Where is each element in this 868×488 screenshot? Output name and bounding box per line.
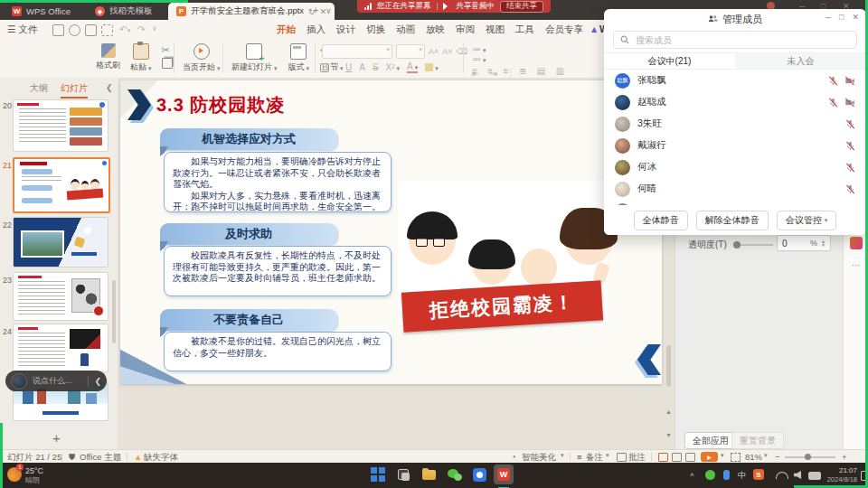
font-size-select[interactable] (396, 44, 425, 59)
member-row[interactable]: 何冰 (604, 156, 866, 178)
distribute-icon[interactable]: ▤ (537, 66, 545, 76)
notification-center-icon[interactable] (861, 471, 867, 481)
tab-in-meeting[interactable]: 会议中(21) (604, 53, 735, 69)
spinner-icons[interactable]: ▲▼ (821, 239, 826, 247)
section-body-2[interactable]: 校园欺凌具有反复性，长期性的特点，不及时处理很有可能导致更持久，更严重的欺凌。因… (164, 246, 392, 296)
stop-share-button[interactable]: 结束共享 (500, 1, 543, 13)
italic-button[interactable]: I (335, 62, 338, 72)
member-row[interactable]: 聪飘 张聪飘 (604, 70, 866, 91)
minimize-panel-icon[interactable]: ─ (826, 13, 831, 22)
slide-thumbnail-23[interactable] (13, 272, 108, 321)
mute-all-button[interactable]: 全体静音 (634, 211, 688, 230)
member-row[interactable]: 戴淑行 (604, 135, 866, 156)
ime-indicator[interactable]: 中 (738, 470, 746, 482)
file-explorer-icon[interactable] (421, 467, 437, 483)
print-preview-icon[interactable] (85, 24, 97, 36)
font-color-button[interactable]: A (407, 61, 418, 73)
slides-tab[interactable]: 幻灯片 (61, 82, 88, 95)
collapse-panel-icon[interactable]: ❮ (106, 83, 113, 92)
underline-button[interactable]: U (345, 62, 352, 72)
slide-sorter-icon[interactable] (672, 453, 682, 462)
camera-off-icon[interactable] (844, 98, 855, 108)
align-right-icon[interactable]: ≡ (504, 66, 509, 76)
app-tab[interactable]: W WPS Office (4, 3, 79, 20)
previous-slide-icon[interactable]: ▲ (665, 408, 672, 415)
volume-icon[interactable] (794, 471, 801, 479)
play-from-current-button[interactable]: 当页开始 (183, 43, 221, 73)
superscript-button[interactable]: X² (386, 62, 401, 72)
transparency-slider[interactable] (735, 244, 773, 246)
member-search-box[interactable] (613, 31, 857, 49)
tab-home[interactable]: 开始 (277, 22, 296, 38)
undo-icon[interactable]: ↶▾ (119, 23, 130, 34)
mic-off-icon[interactable] (845, 184, 855, 194)
tab-insert[interactable]: 插入 (307, 22, 326, 38)
chat-overlay[interactable]: 说点什么... ❮ (5, 371, 107, 391)
fit-slide-icon[interactable] (731, 453, 741, 462)
increase-font-icon[interactable]: A˄ (429, 47, 439, 56)
mic-off-icon[interactable] (828, 98, 838, 108)
format-painter-button[interactable]: 格式刷 (96, 43, 120, 73)
member-row[interactable]: 何晴 (604, 178, 866, 200)
wps-taskbar-active[interactable]: W (494, 465, 514, 484)
reset-background-button[interactable]: 重置背景 (731, 432, 784, 449)
new-slide-button[interactable]: 新建幻灯片 (231, 43, 278, 73)
tab-list-chevron-icon[interactable]: ∨ (326, 6, 332, 15)
wps-ai-logo[interactable]: ▲ (590, 23, 599, 34)
tab-slideshow[interactable]: 放映 (426, 22, 445, 38)
char-border-button[interactable]: A (359, 62, 365, 72)
copy-icon[interactable] (162, 58, 173, 69)
tray-expand-icon[interactable]: ˄ (690, 471, 694, 479)
clear-format-icon[interactable]: ⌫ (457, 47, 468, 56)
decrease-font-icon[interactable]: A˅ (442, 47, 452, 56)
transparency-input[interactable]: 0 % ▲▼ (777, 235, 831, 251)
highlight-button[interactable] (425, 62, 439, 72)
section-header-3[interactable]: 不要责备自己 (160, 309, 337, 331)
slide-thumbnail-20[interactable] (13, 99, 108, 152)
member-search-input[interactable] (634, 34, 850, 46)
paste-button[interactable]: 粘贴 (130, 43, 152, 73)
wifi-icon[interactable] (776, 472, 788, 479)
slide-thumbnail-21-selected[interactable] (13, 157, 110, 213)
close-panel-icon[interactable]: ✕ (852, 13, 859, 22)
redo-icon[interactable]: ↷ (137, 23, 146, 34)
chat-input-placeholder[interactable]: 说点什么... (33, 375, 82, 387)
mic-off-icon[interactable] (845, 141, 855, 151)
unmute-all-button[interactable]: 解除全体静音 (696, 211, 769, 230)
tab-review[interactable]: 审阅 (456, 22, 475, 38)
next-slide-icon[interactable]: ▼ (665, 432, 672, 438)
more-tools-icon[interactable]: ⋯ (852, 260, 862, 270)
zoom-in-button[interactable]: + (842, 452, 847, 462)
slide-title[interactable]: 3.3 防校园欺凌 (156, 93, 285, 117)
file-menu[interactable]: ☰ 文件 (7, 23, 37, 36)
tab-not-joined[interactable]: 未入会 (735, 53, 866, 69)
outline-tab[interactable]: 大纲 (30, 82, 48, 95)
layout-button[interactable]: 版式 (288, 43, 310, 73)
save-icon[interactable] (52, 24, 64, 36)
align-justify-icon[interactable]: ≣ (519, 66, 526, 76)
start-button[interactable] (371, 467, 386, 483)
meeting-app-icon[interactable] (472, 467, 487, 483)
align-center-icon[interactable]: ≡ (487, 66, 493, 76)
bold-button[interactable]: B (322, 62, 328, 72)
sidebar-scrollbar[interactable] (112, 280, 116, 343)
section-body-1[interactable]: 如果与对方能力相当，要明确冷静告诉对方停止欺凌行为。一味忍让或者紧张不安，只会助… (164, 152, 392, 212)
output-icon[interactable] (101, 24, 113, 36)
tab-tools[interactable]: 工具 (515, 22, 534, 38)
panel-resize-grip[interactable] (666, 345, 671, 387)
slide-thumbnail-22[interactable] (13, 217, 108, 267)
strike-button[interactable]: S (373, 62, 379, 72)
mic-off-icon[interactable] (828, 76, 838, 86)
tab-design[interactable]: 设计 (336, 22, 355, 38)
tab-animation[interactable]: 动画 (396, 22, 415, 38)
zoom-slider-thumb[interactable] (805, 454, 811, 460)
apply-all-button[interactable]: 全部应用 (684, 432, 737, 449)
add-slide-button[interactable]: + (52, 430, 61, 446)
collapse-chat-icon[interactable]: ❮ (94, 377, 101, 386)
task-view-button[interactable] (396, 467, 411, 483)
print-icon[interactable] (69, 24, 80, 36)
designer-icon[interactable] (850, 237, 863, 249)
tab-view[interactable]: 视图 (486, 22, 505, 38)
normal-view-icon[interactable] (658, 453, 668, 462)
columns-icon[interactable]: ▥ (556, 66, 564, 76)
